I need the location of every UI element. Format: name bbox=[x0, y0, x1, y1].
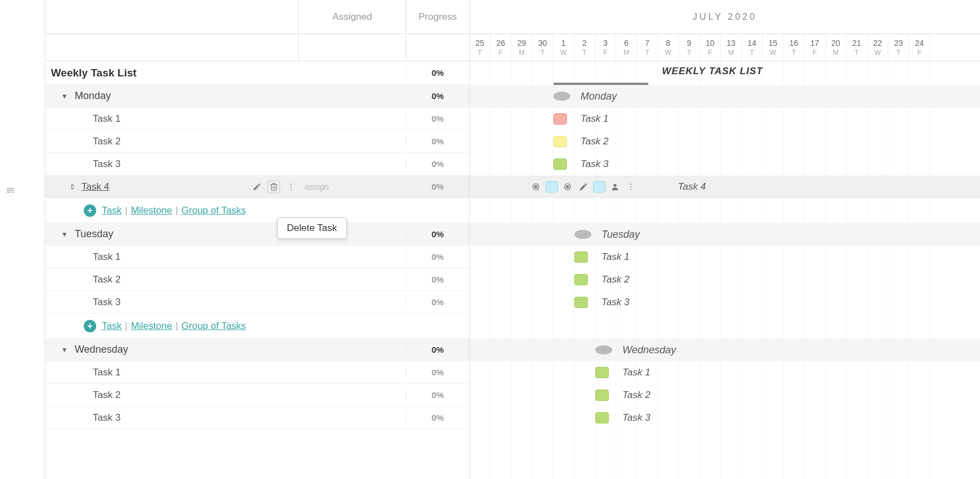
color-swatch-icon[interactable] bbox=[593, 181, 605, 193]
group-row[interactable]: ▼Tuesday0% bbox=[45, 223, 469, 246]
day-number: 8 bbox=[658, 39, 678, 48]
gantt-task-bar[interactable] bbox=[595, 412, 609, 424]
task-row[interactable]: Task 20% bbox=[45, 268, 469, 291]
gantt-task-bar[interactable] bbox=[545, 181, 558, 193]
add-group-link[interactable]: Group of Tasks bbox=[182, 320, 246, 332]
gantt-task-bar[interactable] bbox=[574, 297, 588, 308]
task-name[interactable]: Task 1 bbox=[51, 113, 121, 125]
chevron-down-icon[interactable]: ▼ bbox=[61, 346, 68, 354]
drag-handle-icon[interactable]: ⇕ bbox=[69, 182, 76, 191]
day-column[interactable]: 29M bbox=[512, 34, 532, 61]
day-column[interactable]: 20M bbox=[826, 34, 846, 61]
task-name[interactable]: Task 1 bbox=[51, 251, 121, 263]
group-row[interactable]: ▼Monday0% bbox=[45, 85, 469, 108]
gantt-task-bar[interactable] bbox=[595, 367, 609, 378]
task-name[interactable]: Task 2 bbox=[51, 274, 121, 285]
day-number: 14 bbox=[742, 39, 762, 48]
gantt-group-marker[interactable] bbox=[595, 345, 612, 354]
more-icon[interactable] bbox=[625, 181, 637, 193]
day-column[interactable]: 1W bbox=[553, 34, 574, 61]
gantt-task-bar[interactable] bbox=[553, 136, 567, 147]
day-column[interactable]: 9T bbox=[679, 34, 700, 61]
group-row[interactable]: ▼Wednesday0% bbox=[45, 339, 469, 361]
task-row[interactable]: Task 30% bbox=[45, 291, 469, 314]
task-progress: 0% bbox=[406, 136, 469, 146]
context-menu[interactable]: Delete Task bbox=[277, 217, 347, 239]
gantt-task-bar[interactable] bbox=[553, 159, 567, 170]
task-name[interactable]: Task 4 bbox=[81, 181, 109, 193]
task-row[interactable]: Task 20% bbox=[45, 130, 469, 153]
day-column[interactable]: 2T bbox=[574, 34, 595, 61]
gantt-task-bar[interactable] bbox=[574, 274, 588, 285]
day-column[interactable]: 25T bbox=[470, 34, 491, 61]
task-row[interactable]: Task 10% bbox=[45, 361, 469, 384]
gantt-task-label: Task 3 bbox=[622, 412, 650, 424]
gantt-task-label: Task 3 bbox=[581, 159, 608, 170]
task-progress: 0% bbox=[406, 413, 469, 422]
day-column[interactable]: 24F bbox=[909, 34, 930, 61]
day-letter: F bbox=[595, 49, 616, 57]
day-column[interactable]: 15W bbox=[763, 34, 784, 61]
task-name[interactable]: Task 3 bbox=[51, 159, 121, 170]
task-name[interactable]: Task 3 bbox=[51, 297, 121, 308]
day-column[interactable]: 21T bbox=[846, 34, 867, 61]
task-progress: 0% bbox=[406, 390, 469, 400]
target-left-icon[interactable] bbox=[530, 181, 542, 193]
gantt-group-marker[interactable] bbox=[553, 92, 570, 101]
gantt-task-bar[interactable] bbox=[574, 251, 588, 263]
edit-icon[interactable] bbox=[251, 181, 263, 193]
add-milestone-link[interactable]: Milestone bbox=[131, 320, 172, 332]
add-plus-icon[interactable]: + bbox=[84, 320, 96, 332]
header-assigned[interactable]: Assigned bbox=[298, 0, 406, 33]
gantt-task-bar[interactable] bbox=[595, 390, 609, 401]
task-row[interactable]: ⇕Task 4assign0% bbox=[45, 176, 469, 198]
day-number: 26 bbox=[491, 39, 511, 48]
day-column[interactable]: 23T bbox=[888, 34, 909, 61]
task-name[interactable]: Task 1 bbox=[51, 367, 121, 378]
day-letter: W bbox=[867, 49, 888, 57]
day-number: 29 bbox=[512, 39, 532, 48]
day-column[interactable]: 17F bbox=[805, 34, 826, 61]
assigned-cell[interactable]: assign bbox=[298, 182, 406, 191]
menu-delete-task[interactable]: Delete Task bbox=[287, 223, 337, 233]
day-column[interactable]: 22W bbox=[867, 34, 888, 61]
more-icon[interactable] bbox=[285, 181, 297, 193]
header-progress[interactable]: Progress bbox=[406, 0, 469, 33]
day-column[interactable]: 8W bbox=[658, 34, 679, 61]
day-column[interactable]: 14T bbox=[742, 34, 763, 61]
day-column[interactable]: 10F bbox=[700, 34, 721, 61]
gantt-day-header: 25T26F29M30T1W2T3F6M7T8W9T10F13M14T15W16… bbox=[470, 34, 980, 61]
chevron-down-icon[interactable]: ▼ bbox=[61, 230, 68, 238]
svg-point-7 bbox=[535, 186, 537, 188]
trash-icon[interactable] bbox=[268, 181, 280, 193]
day-column[interactable]: 7T bbox=[637, 34, 658, 61]
assign-person-icon[interactable] bbox=[609, 181, 621, 193]
task-name[interactable]: Task 3 bbox=[51, 412, 121, 424]
day-column[interactable]: 16T bbox=[784, 34, 805, 61]
day-column[interactable]: 13M bbox=[721, 34, 742, 61]
day-column[interactable]: 3F bbox=[595, 34, 616, 61]
day-column[interactable]: 26F bbox=[491, 34, 512, 61]
task-row[interactable]: Task 30% bbox=[45, 407, 469, 429]
add-plus-icon[interactable]: + bbox=[84, 204, 96, 217]
task-row[interactable]: Task 30% bbox=[45, 153, 469, 176]
day-column[interactable]: 6M bbox=[616, 34, 637, 61]
task-row[interactable]: Task 10% bbox=[45, 246, 469, 268]
day-letter: F bbox=[805, 49, 825, 57]
project-title-row[interactable]: Weekly Task List0% bbox=[45, 61, 469, 85]
chevron-down-icon[interactable]: ▼ bbox=[61, 92, 68, 100]
row-settings-icon[interactable] bbox=[6, 186, 15, 198]
edit-icon[interactable] bbox=[577, 181, 590, 193]
target-right-icon[interactable] bbox=[561, 181, 574, 193]
day-column[interactable]: 30T bbox=[532, 34, 553, 61]
task-name[interactable]: Task 2 bbox=[51, 136, 121, 147]
gantt-group-marker[interactable] bbox=[574, 230, 591, 239]
add-task-link[interactable]: Task bbox=[102, 205, 122, 216]
task-row[interactable]: Task 20% bbox=[45, 384, 469, 407]
add-group-link[interactable]: Group of Tasks bbox=[182, 205, 246, 216]
add-task-link[interactable]: Task bbox=[102, 320, 122, 332]
add-milestone-link[interactable]: Milestone bbox=[131, 205, 172, 216]
task-row[interactable]: Task 10% bbox=[45, 108, 469, 130]
gantt-task-bar[interactable] bbox=[553, 113, 567, 125]
task-name[interactable]: Task 2 bbox=[51, 390, 121, 401]
